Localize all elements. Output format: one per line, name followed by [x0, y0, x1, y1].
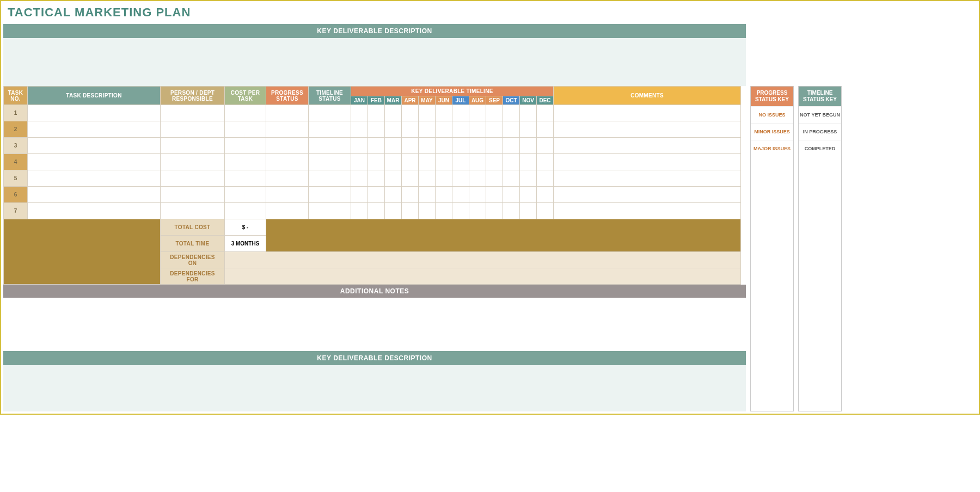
progress-cell[interactable] — [266, 138, 309, 154]
deliverable-desc2-body[interactable] — [3, 365, 746, 411]
timeline-month-cell[interactable] — [503, 187, 520, 203]
timeline-month-cell[interactable] — [436, 203, 452, 219]
timeline-month-cell[interactable] — [537, 187, 554, 203]
cost-cell[interactable] — [225, 170, 266, 187]
timeline-month-cell[interactable] — [452, 170, 469, 187]
progress-cell[interactable] — [266, 154, 309, 170]
timeline-month-cell[interactable] — [520, 121, 537, 138]
task-desc-cell[interactable] — [28, 170, 161, 187]
timeline-month-cell[interactable] — [351, 138, 368, 154]
timeline-month-cell[interactable] — [385, 203, 402, 219]
timeline-month-cell[interactable] — [452, 121, 469, 138]
timeline-month-cell[interactable] — [520, 187, 537, 203]
timeline-month-cell[interactable] — [520, 138, 537, 154]
timeline-status-cell[interactable] — [309, 187, 351, 203]
timeline-month-cell[interactable] — [537, 138, 554, 154]
timeline-month-cell[interactable] — [503, 203, 520, 219]
person-cell[interactable] — [161, 105, 225, 121]
person-cell[interactable] — [161, 121, 225, 138]
timeline-month-cell[interactable] — [402, 170, 419, 187]
timeline-month-cell[interactable] — [452, 203, 469, 219]
timeline-month-cell[interactable] — [452, 154, 469, 170]
timeline-month-cell[interactable] — [368, 170, 385, 187]
timeline-month-cell[interactable] — [368, 121, 385, 138]
task-desc-cell[interactable] — [28, 138, 161, 154]
task-desc-cell[interactable] — [28, 105, 161, 121]
person-cell[interactable] — [161, 138, 225, 154]
timeline-month-cell[interactable] — [486, 105, 503, 121]
timeline-month-cell[interactable] — [469, 170, 486, 187]
comments-cell[interactable] — [554, 170, 741, 187]
progress-cell[interactable] — [266, 187, 309, 203]
timeline-month-cell[interactable] — [436, 105, 452, 121]
comments-cell[interactable] — [554, 121, 741, 138]
progress-cell[interactable] — [266, 170, 309, 187]
comments-cell[interactable] — [554, 203, 741, 219]
task-desc-cell[interactable] — [28, 121, 161, 138]
cost-cell[interactable] — [225, 138, 266, 154]
timeline-month-cell[interactable] — [419, 187, 436, 203]
timeline-month-cell[interactable] — [452, 138, 469, 154]
timeline-month-cell[interactable] — [385, 154, 402, 170]
timeline-month-cell[interactable] — [419, 170, 436, 187]
timeline-month-cell[interactable] — [537, 203, 554, 219]
timeline-month-cell[interactable] — [436, 154, 452, 170]
timeline-month-cell[interactable] — [402, 105, 419, 121]
timeline-month-cell[interactable] — [368, 154, 385, 170]
cost-cell[interactable] — [225, 154, 266, 170]
progress-cell[interactable] — [266, 203, 309, 219]
timeline-status-cell[interactable] — [309, 203, 351, 219]
timeline-month-cell[interactable] — [351, 170, 368, 187]
dependencies-for-value[interactable] — [225, 268, 741, 285]
timeline-status-cell[interactable] — [309, 121, 351, 138]
additional-notes-body[interactable] — [3, 298, 746, 347]
timeline-month-cell[interactable] — [402, 203, 419, 219]
comments-cell[interactable] — [554, 105, 741, 121]
timeline-month-cell[interactable] — [452, 187, 469, 203]
cost-cell[interactable] — [225, 121, 266, 138]
timeline-month-cell[interactable] — [402, 187, 419, 203]
timeline-month-cell[interactable] — [537, 121, 554, 138]
timeline-month-cell[interactable] — [385, 138, 402, 154]
timeline-month-cell[interactable] — [537, 170, 554, 187]
timeline-month-cell[interactable] — [469, 187, 486, 203]
timeline-status-cell[interactable] — [309, 105, 351, 121]
timeline-month-cell[interactable] — [520, 154, 537, 170]
timeline-month-cell[interactable] — [486, 154, 503, 170]
timeline-month-cell[interactable] — [503, 170, 520, 187]
timeline-month-cell[interactable] — [469, 121, 486, 138]
task-desc-cell[interactable] — [28, 187, 161, 203]
timeline-month-cell[interactable] — [537, 154, 554, 170]
cost-cell[interactable] — [225, 187, 266, 203]
timeline-month-cell[interactable] — [368, 138, 385, 154]
timeline-month-cell[interactable] — [452, 105, 469, 121]
task-desc-cell[interactable] — [28, 203, 161, 219]
timeline-month-cell[interactable] — [351, 121, 368, 138]
timeline-month-cell[interactable] — [436, 121, 452, 138]
deliverable-desc-body[interactable] — [3, 38, 746, 86]
timeline-month-cell[interactable] — [520, 170, 537, 187]
timeline-status-cell[interactable] — [309, 138, 351, 154]
timeline-month-cell[interactable] — [368, 187, 385, 203]
timeline-month-cell[interactable] — [469, 154, 486, 170]
timeline-month-cell[interactable] — [385, 121, 402, 138]
timeline-month-cell[interactable] — [402, 154, 419, 170]
timeline-month-cell[interactable] — [436, 187, 452, 203]
progress-cell[interactable] — [266, 105, 309, 121]
timeline-month-cell[interactable] — [503, 105, 520, 121]
progress-cell[interactable] — [266, 121, 309, 138]
timeline-month-cell[interactable] — [436, 138, 452, 154]
dependencies-on-value[interactable] — [225, 252, 741, 268]
timeline-month-cell[interactable] — [351, 105, 368, 121]
timeline-month-cell[interactable] — [537, 105, 554, 121]
timeline-month-cell[interactable] — [385, 187, 402, 203]
timeline-month-cell[interactable] — [368, 105, 385, 121]
comments-cell[interactable] — [554, 154, 741, 170]
timeline-month-cell[interactable] — [486, 121, 503, 138]
timeline-month-cell[interactable] — [351, 154, 368, 170]
timeline-month-cell[interactable] — [385, 105, 402, 121]
timeline-month-cell[interactable] — [486, 187, 503, 203]
timeline-month-cell[interactable] — [368, 203, 385, 219]
timeline-month-cell[interactable] — [402, 138, 419, 154]
person-cell[interactable] — [161, 203, 225, 219]
